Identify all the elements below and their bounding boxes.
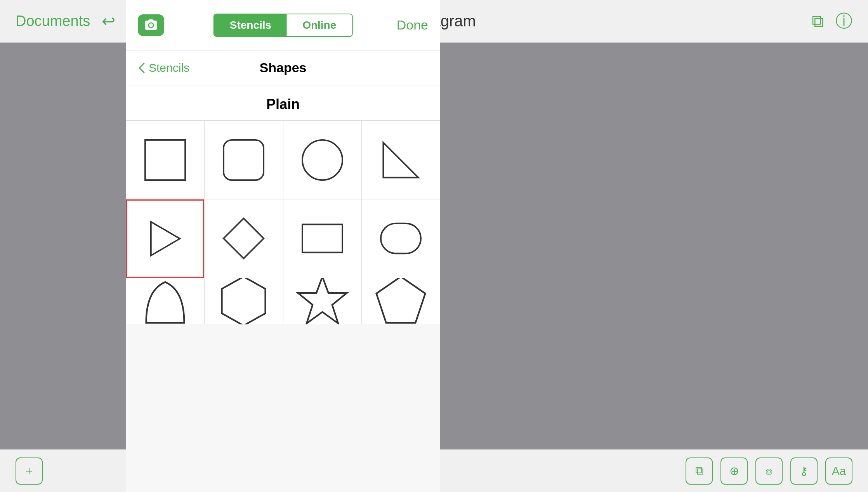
modal-content: Plain: [126, 85, 440, 492]
shapes-grid-row1: [126, 121, 440, 199]
svg-marker-3: [383, 142, 418, 177]
modal-panel: Stencils Online Done Stencils Shapes Pla…: [126, 0, 440, 492]
shape-cell-play-triangle[interactable]: [126, 199, 204, 277]
font-button[interactable]: Aa: [825, 457, 852, 485]
plus-circle-icon: ⊕: [729, 464, 739, 478]
svg-rect-6: [302, 225, 342, 253]
layers-icon-bottom: ⧉: [695, 464, 703, 478]
shape-cell-pentagon[interactable]: [362, 278, 440, 324]
svg-point-2: [302, 140, 342, 180]
shape-cell-diamond[interactable]: [205, 199, 283, 277]
modal-header: Stencils Online Done: [126, 0, 440, 50]
shape-cell-rectangle[interactable]: [283, 199, 361, 277]
svg-rect-0: [145, 140, 185, 180]
svg-marker-8: [222, 278, 266, 324]
shape-cell-right-triangle[interactable]: [362, 121, 440, 199]
segment-control: Stencils Online: [214, 14, 353, 37]
add-button[interactable]: ＋: [16, 457, 43, 485]
documents-button[interactable]: Documents: [16, 13, 90, 29]
app-bar-left: Documents ↩: [16, 12, 115, 31]
shape-cell-stadium[interactable]: [362, 199, 440, 277]
svg-marker-10: [376, 278, 425, 323]
key-icon: ⚷: [800, 464, 808, 478]
add-circle-button[interactable]: ⊕: [720, 457, 748, 485]
shape-cell-hexagon[interactable]: [205, 278, 283, 324]
key-button[interactable]: ⚷: [790, 457, 818, 485]
section-header: Plain: [126, 85, 440, 121]
shapes-grid-row3-partial: [126, 278, 440, 324]
layers-button[interactable]: ⧉: [686, 457, 713, 485]
shape-cell-star[interactable]: [283, 278, 361, 324]
camera-icon[interactable]: [138, 14, 164, 36]
info-icon[interactable]: ⓘ: [835, 10, 852, 33]
back-arrow-icon[interactable]: ↩: [102, 12, 115, 31]
done-button[interactable]: Done: [397, 17, 428, 33]
shapes-grid-row2: [126, 199, 440, 277]
app-bar-right: ⧉ ⓘ: [812, 10, 852, 33]
page-title: Shapes: [260, 60, 307, 75]
plus-icon: ＋: [23, 463, 35, 479]
layers-icon[interactable]: ⧉: [812, 11, 824, 31]
svg-rect-7: [381, 223, 421, 253]
svg-marker-5: [224, 218, 264, 258]
stencils-tab[interactable]: Stencils: [214, 14, 287, 36]
back-to-stencils-button[interactable]: Stencils: [138, 61, 189, 74]
lasso-icon: ⌾: [766, 464, 773, 478]
shape-cell-circle[interactable]: [283, 121, 361, 199]
online-tab[interactable]: Online: [287, 14, 352, 36]
svg-rect-1: [224, 140, 264, 180]
stencils-nav: Stencils Shapes: [126, 50, 440, 85]
svg-marker-4: [151, 222, 180, 255]
font-icon: Aa: [832, 464, 846, 478]
back-stencils-label: Stencils: [149, 61, 189, 74]
shape-cell-arc[interactable]: [126, 278, 204, 324]
toolbar-right: ⧉ ⊕ ⌾ ⚷ Aa: [686, 457, 852, 485]
svg-marker-9: [298, 278, 347, 323]
lasso-button[interactable]: ⌾: [755, 457, 783, 485]
shape-cell-rounded-square[interactable]: [205, 121, 283, 199]
shape-cell-square[interactable]: [126, 121, 204, 199]
